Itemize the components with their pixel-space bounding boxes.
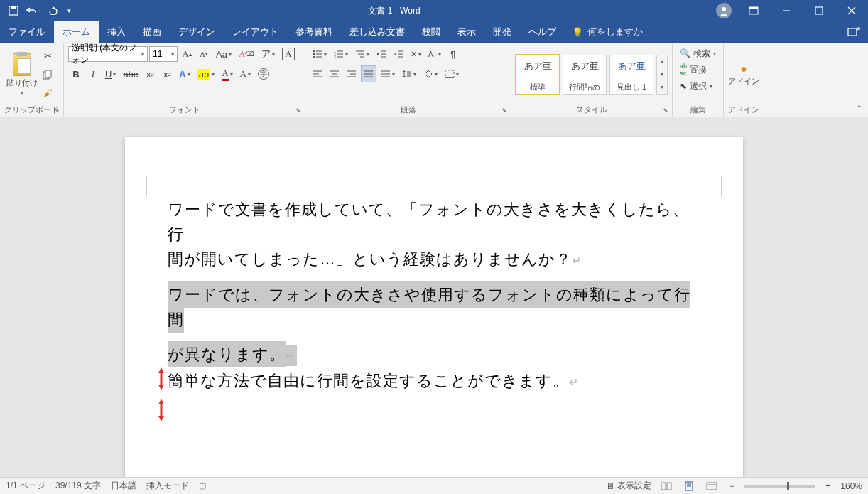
close-button[interactable] [835,0,868,21]
justify-button[interactable] [361,65,376,82]
asian-layout-button[interactable]: ✕ [408,45,424,63]
font-launcher[interactable]: ⬊ [294,106,303,114]
find-button[interactable]: 🔍 検索 ▾ [677,45,719,61]
gallery-down[interactable]: ▾ [657,68,667,81]
macro-record-icon[interactable]: ▢ [199,481,206,490]
shrink-font-button[interactable]: A▾ [196,45,212,63]
shading-button[interactable] [421,65,440,82]
document-canvas[interactable]: ワードで文書を作成していて、「フォントの大きさを大きくしたら、行 間が開いてしま… [0,117,868,477]
superscript-button[interactable]: x2 [159,65,175,82]
align-right-button[interactable] [344,65,359,82]
enclose-char-button[interactable]: 字 [255,65,272,82]
font-name-combo[interactable]: 游明朝 (本文のフォン▾ [68,46,148,62]
tab-developer[interactable]: 開発 [484,21,520,43]
clipboard-launcher[interactable]: ⬊ [53,106,61,114]
align-left-button[interactable] [310,65,325,82]
status-word-count[interactable]: 39/119 文字 [55,480,101,492]
format-painter-button[interactable]: 🖌 [40,85,55,102]
tell-me-search[interactable]: 💡 何をしますか [565,21,650,43]
align-center-button[interactable] [327,65,342,82]
char-border-button[interactable]: A [279,45,297,63]
status-insert-mode[interactable]: 挿入モード [146,480,189,492]
phonetic-guide-button[interactable]: ア [259,45,278,63]
tab-file[interactable]: ファイル [0,21,54,43]
cut-button[interactable]: ✂ [40,48,55,65]
tab-view[interactable]: 表示 [449,21,484,43]
print-layout-button[interactable] [681,480,697,493]
cursor-icon: ⬉ [680,81,687,91]
text-effects-button[interactable]: A [176,65,192,82]
strike-button[interactable]: abc [120,65,141,82]
clear-format-button[interactable]: A⌫ [236,45,257,63]
redo-button[interactable] [44,2,63,19]
tab-design[interactable]: デザイン [170,21,224,43]
undo-button[interactable] [24,2,43,19]
collapse-ribbon-button[interactable]: ⌃ [856,104,862,113]
qat-customize[interactable]: ▾ [64,2,74,19]
paragraph-2[interactable]: ワードでは、フォントの大きさや使用するフォントの種類によって行間 が異なります。… [168,282,700,367]
underline-button[interactable]: U [102,65,119,82]
style-normal[interactable]: あア亜 標準 [516,55,560,95]
paragraph-launcher[interactable]: ⬊ [500,106,509,114]
share-button[interactable] [840,26,868,38]
status-page[interactable]: 1/1 ページ [6,480,45,492]
font-size-combo[interactable]: 11▾ [149,46,178,62]
font-color-button[interactable]: A [219,65,235,82]
paste-button[interactable]: 貼り付け ▾ [4,50,40,100]
tab-references[interactable]: 参考資料 [287,21,341,43]
user-avatar[interactable] [716,3,732,18]
minimize-button[interactable] [770,0,803,21]
lightbulb-icon: 💡 [572,27,583,38]
increase-indent-button[interactable] [391,45,406,63]
italic-button[interactable]: I [85,65,101,82]
display-settings-button[interactable]: 🖥 表示設定 [606,480,651,492]
zoom-slider[interactable] [744,485,815,488]
web-layout-button[interactable] [704,480,720,493]
addins-button[interactable]: ● アドイン [728,50,759,100]
save-button[interactable] [4,2,23,19]
bullets-button[interactable] [310,45,330,63]
tab-review[interactable]: 校閲 [413,21,449,43]
tab-home[interactable]: ホーム [54,21,99,43]
gallery-more[interactable]: ▾ [657,81,667,94]
status-language[interactable]: 日本語 [111,480,136,492]
group-label-styles: スタイル [516,103,668,115]
copy-button[interactable] [40,66,55,83]
grow-font-button[interactable]: A▴ [179,45,195,63]
numbering-button[interactable]: 123 [331,45,351,63]
subscript-button[interactable]: x2 [142,65,158,82]
borders-button[interactable] [442,65,462,82]
multilevel-button[interactable] [352,45,372,63]
zoom-in-button[interactable]: + [823,481,833,491]
show-marks-button[interactable]: ¶ [445,45,461,63]
tab-mailings[interactable]: 差し込み文書 [341,21,413,43]
highlight-button[interactable]: ab [195,65,217,82]
style-no-spacing[interactable]: あア亜 行間詰め [563,55,607,95]
search-icon: 🔍 [680,48,690,58]
read-mode-button[interactable] [658,480,674,493]
bold-button[interactable]: B [68,65,84,82]
paragraph-3[interactable]: 簡単な方法で自由に行間を設定することができます。↵ [168,368,700,393]
paragraph-1[interactable]: ワードで文書を作成していて、「フォントの大きさを大きくしたら、行 間が開いてしま… [168,197,700,272]
line-spacing-button[interactable] [399,65,419,82]
select-button[interactable]: ⬉ 選択 ▾ [677,78,719,94]
ribbon-display-button[interactable] [737,0,770,21]
tab-help[interactable]: ヘルプ [520,21,565,43]
char-shading-button[interactable]: A [237,65,254,82]
style-heading1[interactable]: あア亜 見出し 1 [609,55,653,95]
maximize-button[interactable] [803,0,835,21]
gallery-up[interactable]: ▴ [657,55,667,68]
ribbon: 貼り付け ▾ ✂ 🖌 クリップボード ⬊ 游明朝 (本文のフォン▾ 11▾ A▴ [0,43,868,117]
tab-insert[interactable]: 挿入 [99,21,134,43]
replace-button[interactable]: abac 置換 [677,62,719,77]
zoom-out-button[interactable]: − [727,481,737,491]
sort-button[interactable]: A↓ [425,45,444,63]
zoom-level[interactable]: 160% [840,481,862,491]
decrease-indent-button[interactable] [374,45,389,63]
styles-launcher[interactable]: ⬊ [661,106,670,114]
distribute-button[interactable] [378,65,398,82]
style-name-normal: 標準 [530,82,546,92]
tab-layout[interactable]: レイアウト [224,21,287,43]
change-case-button[interactable]: Aa [213,45,234,63]
tab-draw[interactable]: 描画 [134,21,170,43]
